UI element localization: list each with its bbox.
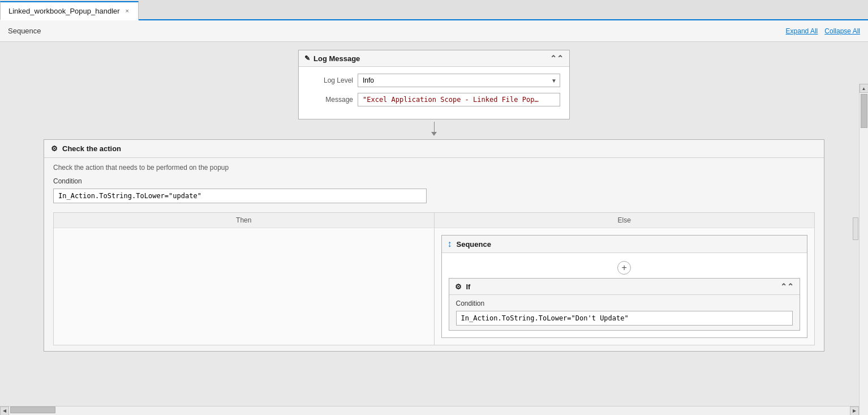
toolbar: Sequence Expand All Collapse All	[0, 20, 868, 42]
pencil-icon: ✎	[304, 54, 310, 62]
gear-icon: ⚙	[51, 144, 58, 153]
if-title: If	[466, 283, 471, 291]
else-body: ↕ Sequence +	[435, 228, 815, 345]
if-condition-label: Condition	[456, 300, 793, 307]
arrow-head	[431, 132, 437, 136]
log-message-title: Log Message	[313, 54, 360, 63]
condition-label: Condition	[53, 177, 815, 185]
scrollbar-thumb-v[interactable]	[861, 94, 867, 128]
canvas: ✎ Log Message ⌃⌃ Log Level Info Trace Wa…	[0, 42, 868, 415]
else-panel: Else ↕ Sequence +	[435, 213, 815, 345]
log-level-row: Log Level Info Trace Warning Error Fatal…	[308, 74, 560, 87]
scrollbar-up-button[interactable]: ▲	[860, 84, 869, 93]
if-header: ⚙ If ⌃⌃	[449, 279, 800, 295]
tab-label: Linked_workbook_Popup_handler	[8, 7, 120, 15]
log-message-block: ✎ Log Message ⌃⌃ Log Level Info Trace Wa…	[298, 50, 570, 119]
log-level-select-wrapper: Info Trace Warning Error Fatal ▼	[358, 74, 560, 87]
sequence-header: ↕ Sequence	[442, 236, 807, 253]
if-block: ⚙ If ⌃⌃ Condition	[449, 278, 801, 331]
scrollbar-thumb-h[interactable]	[10, 407, 55, 413]
sequence-body: + ⚙ If ⌃⌃	[442, 253, 807, 337]
plus-icon: +	[622, 263, 627, 273]
log-message-header: ✎ Log Message ⌃⌃	[299, 50, 569, 67]
check-action-description: Check the action that needs to be perfor…	[53, 164, 815, 172]
check-action-block: ⚙ Check the action Check the action that…	[44, 139, 824, 352]
log-level-label: Log Level	[308, 76, 353, 84]
condition-input[interactable]	[53, 189, 427, 203]
if-body: Condition	[449, 295, 800, 330]
sequence-icon: ↕	[448, 239, 452, 249]
sequence-title: Sequence	[457, 240, 491, 249]
add-activity-button[interactable]: +	[617, 261, 631, 275]
collapse-all-button[interactable]: Collapse All	[824, 27, 860, 35]
then-panel: Then	[54, 213, 435, 345]
scrollbar-left-button[interactable]: ◀	[0, 407, 9, 416]
then-label: Then	[54, 213, 434, 228]
else-label: Else	[435, 213, 815, 228]
message-label: Message	[308, 96, 353, 104]
check-action-title: Check the action	[62, 144, 121, 153]
tab-linked-workbook[interactable]: Linked_workbook_Popup_handler ×	[0, 1, 139, 20]
check-action-body: Check the action that needs to be perfor…	[44, 158, 824, 351]
tab-close-icon[interactable]: ×	[124, 7, 130, 14]
scrollbar-track-h	[9, 407, 850, 415]
arrow-line	[434, 122, 435, 132]
message-row: Message	[308, 93, 560, 106]
toolbar-right: Expand All Collapse All	[786, 27, 860, 35]
expand-all-button[interactable]: Expand All	[786, 27, 818, 35]
log-message-collapse-icon[interactable]: ⌃⌃	[550, 54, 564, 63]
log-level-select[interactable]: Info Trace Warning Error Fatal	[358, 74, 560, 87]
log-message-body: Log Level Info Trace Warning Error Fatal…	[299, 67, 569, 119]
sequence-block: ↕ Sequence +	[441, 235, 808, 338]
if-gear-icon: ⚙	[455, 283, 462, 291]
then-else-container: Then Else ↕ Sequence	[53, 212, 815, 345]
if-condition-input[interactable]	[456, 311, 793, 326]
scrollbar-right: ▲ ▼	[859, 84, 868, 415]
check-action-header: ⚙ Check the action	[44, 140, 824, 158]
scrollbar-bottom: ◀ ▶	[0, 406, 859, 415]
then-body	[54, 228, 434, 330]
right-edge-indicator	[853, 217, 858, 240]
if-collapse-icon[interactable]: ⌃⌃	[780, 282, 794, 291]
arrow-connector-1	[431, 122, 437, 136]
scrollbar-right-button[interactable]: ▶	[850, 407, 859, 416]
tab-bar: Linked_workbook_Popup_handler ×	[0, 0, 868, 20]
message-input[interactable]	[358, 93, 560, 106]
breadcrumb: Sequence	[8, 27, 41, 35]
